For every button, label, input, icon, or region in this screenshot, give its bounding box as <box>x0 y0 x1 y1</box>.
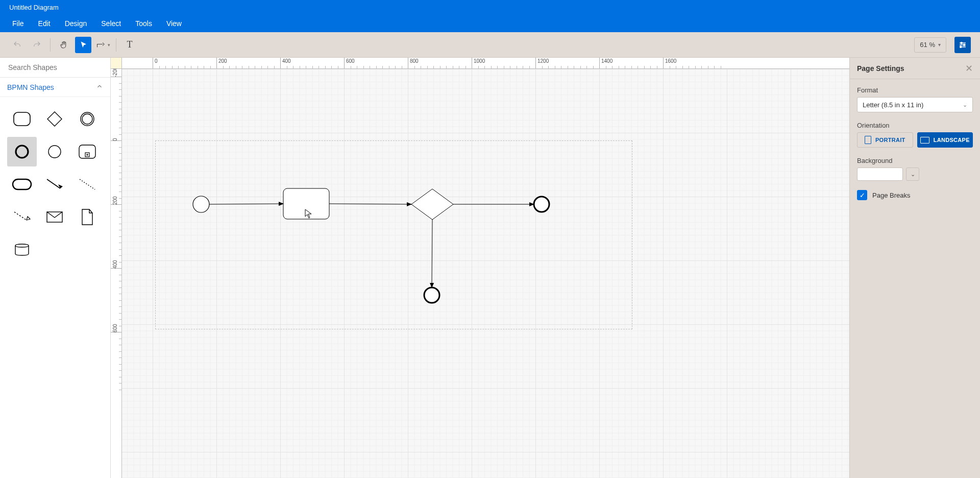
redo-icon <box>32 40 41 50</box>
hand-icon <box>59 40 68 50</box>
shape-data-object[interactable] <box>72 202 102 232</box>
menu-bar: File Edit Design Select Tools View <box>0 15 980 32</box>
pointer-icon <box>79 40 88 50</box>
svg-point-6 <box>16 146 28 158</box>
portrait-label: PORTRAIT <box>875 137 905 143</box>
shape-association[interactable] <box>72 170 102 199</box>
toolbar-separator <box>50 38 51 52</box>
zoom-level-dropdown[interactable]: 61 % ▾ <box>914 37 946 53</box>
gateway-node[interactable] <box>411 189 453 220</box>
shape-data-store[interactable] <box>7 235 37 265</box>
shapes-category-header[interactable]: BPMN Shapes <box>0 78 110 97</box>
menu-view[interactable]: View <box>159 19 189 28</box>
ruler-corner <box>111 58 122 69</box>
portrait-icon <box>865 136 871 144</box>
sequence-flow[interactable] <box>329 204 411 204</box>
task-node[interactable] <box>283 188 329 219</box>
shape-message[interactable] <box>40 202 69 232</box>
format-value: Letter (8.5 in x 11 in) <box>863 101 923 109</box>
shapes-grid <box>0 97 110 272</box>
horizontal-ruler: 02004006008001000120014001600 <box>122 58 849 69</box>
orientation-portrait-button[interactable]: PORTRAIT <box>857 132 913 148</box>
background-color-dropdown[interactable]: ⌄ <box>906 168 919 181</box>
menu-select[interactable]: Select <box>94 19 128 28</box>
svg-point-7 <box>48 146 61 158</box>
svg-point-0 <box>961 42 962 43</box>
chevron-up-icon <box>96 83 103 91</box>
chevron-down-icon: ⌄ <box>911 171 915 178</box>
chevron-down-icon: ⌄ <box>963 102 967 108</box>
page-settings-panel: Page Settings ✕ Format Letter (8.5 in x … <box>849 58 980 478</box>
orientation-landscape-button[interactable]: LANDSCAPE <box>917 132 973 148</box>
shape-start-event[interactable] <box>40 137 69 166</box>
background-label: Background <box>857 157 973 164</box>
svg-point-1 <box>964 44 965 45</box>
text-icon: T <box>127 39 133 50</box>
shape-end-event[interactable] <box>7 137 37 166</box>
shape-task[interactable] <box>7 104 37 134</box>
shape-intermediate-event[interactable] <box>72 104 102 134</box>
undo-button[interactable] <box>9 37 26 53</box>
svg-rect-3 <box>14 112 30 126</box>
page-breaks-checkbox-row: ✓ Page Breaks <box>857 190 973 200</box>
redo-button[interactable] <box>29 37 45 53</box>
shape-gateway[interactable] <box>40 104 69 134</box>
close-panel-button[interactable]: ✕ <box>965 64 973 73</box>
pointer-tool-button[interactable] <box>75 37 91 53</box>
svg-point-4 <box>81 112 94 126</box>
end-event-node[interactable] <box>424 288 439 303</box>
shape-message-flow[interactable] <box>7 202 37 232</box>
svg-point-5 <box>82 114 92 124</box>
menu-design[interactable]: Design <box>58 19 94 28</box>
end-event-node[interactable] <box>534 197 549 212</box>
menu-file[interactable]: File <box>5 19 31 28</box>
shape-sequence-flow[interactable] <box>40 170 69 199</box>
page-breaks-checkbox[interactable]: ✓ <box>857 190 867 200</box>
connector-tool-button[interactable]: ▾ <box>94 37 111 53</box>
format-label: Format <box>857 86 973 94</box>
toggle-properties-panel-button[interactable] <box>954 37 971 53</box>
start-event-node[interactable] <box>193 196 209 212</box>
page-breaks-label: Page Breaks <box>872 192 910 199</box>
diagram-layer <box>122 69 849 478</box>
sequence-flow[interactable] <box>209 204 283 204</box>
shape-subprocess[interactable] <box>72 137 102 166</box>
landscape-icon <box>920 137 929 144</box>
main-area: BPMN Shapes 02004 <box>0 58 980 478</box>
background-color-swatch[interactable] <box>857 168 903 181</box>
panel-title: Page Settings <box>857 64 904 73</box>
connector-icon <box>95 40 107 50</box>
chevron-down-icon: ▾ <box>938 42 941 47</box>
text-tool-button[interactable]: T <box>121 37 138 53</box>
menu-tools[interactable]: Tools <box>128 19 159 28</box>
svg-rect-10 <box>13 179 31 189</box>
canvas[interactable] <box>122 69 849 478</box>
landscape-label: LANDSCAPE <box>934 137 970 143</box>
title-bar: Untitled Diagram <box>0 0 980 15</box>
search-shapes-box <box>0 58 110 78</box>
shape-transaction[interactable] <box>7 170 37 199</box>
menu-edit[interactable]: Edit <box>31 19 58 28</box>
svg-point-2 <box>960 46 962 47</box>
category-label: BPMN Shapes <box>7 83 54 91</box>
toolbar-separator <box>116 38 116 52</box>
orientation-label: Orientation <box>857 122 973 129</box>
panel-header: Page Settings ✕ <box>850 58 980 79</box>
sequence-flow[interactable] <box>432 220 432 288</box>
sliders-icon <box>958 40 967 50</box>
undo-icon <box>13 40 22 50</box>
toolbar: ▾ T 61 % ▾ <box>0 32 980 58</box>
zoom-value: 61 % <box>920 41 935 49</box>
canvas-area: 02004006008001000120014001600 -200020040… <box>111 58 849 478</box>
shapes-panel: BPMN Shapes <box>0 58 111 478</box>
format-select[interactable]: Letter (8.5 in x 11 in) ⌄ <box>857 97 973 112</box>
svg-rect-8 <box>79 145 95 158</box>
chevron-down-icon: ▾ <box>108 42 110 47</box>
document-title: Untitled Diagram <box>9 4 59 11</box>
search-input[interactable] <box>0 58 110 77</box>
pan-tool-button[interactable] <box>56 37 72 53</box>
vertical-ruler: -2000200400600 <box>111 69 122 478</box>
